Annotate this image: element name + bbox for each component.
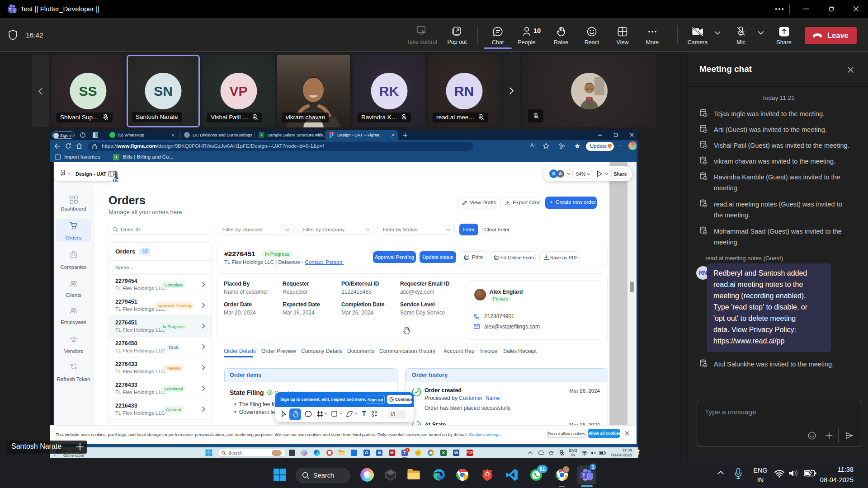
svg-text:T: T [582, 473, 585, 478]
svg-text:T: T [9, 8, 11, 12]
